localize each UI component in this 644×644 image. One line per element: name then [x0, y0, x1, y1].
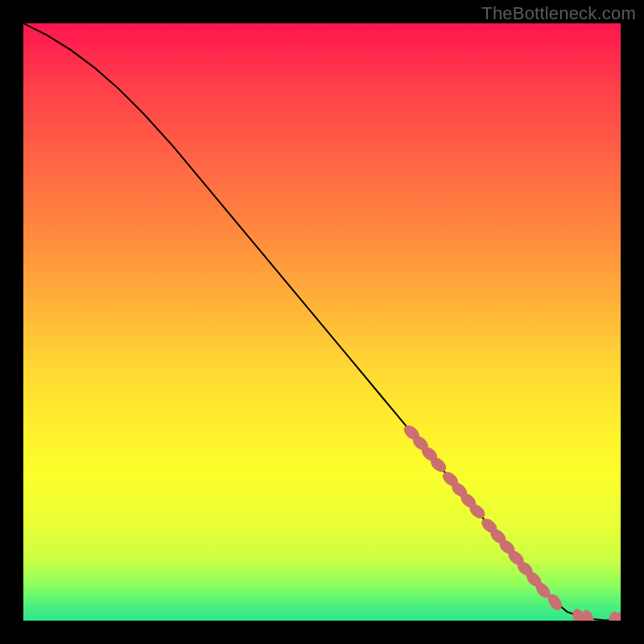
chart-overlay — [23, 23, 621, 621]
bottleneck-curve — [23, 23, 621, 621]
chart-frame: TheBottleneck.com — [0, 0, 644, 644]
marker-dot — [580, 609, 596, 621]
watermark-text: TheBottleneck.com — [481, 3, 636, 24]
highlighted-range-markers — [401, 423, 621, 621]
